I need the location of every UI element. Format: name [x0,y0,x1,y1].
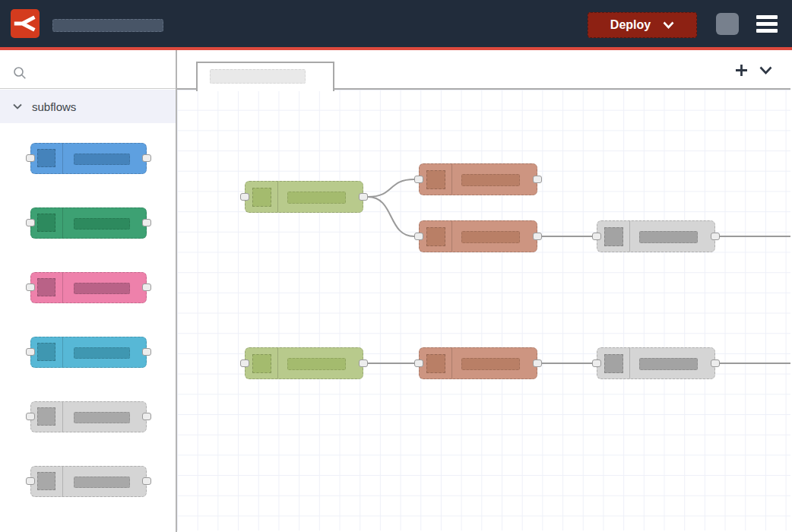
node-label-placeholder [461,358,520,370]
node-icon-separator [277,182,278,212]
node-port-input[interactable] [26,219,35,226]
node-port-input[interactable] [26,477,35,485]
node-port-input[interactable] [26,348,35,356]
palette-node-subflow-gray-2[interactable] [30,466,147,497]
node-port-input[interactable] [26,154,35,162]
canvas-node-olive-1[interactable] [245,181,363,213]
node-port-output[interactable] [142,477,151,485]
node-icon-separator [451,164,452,195]
node-icon-separator [629,221,630,252]
node-icon-separator [62,273,63,302]
node-icon [252,354,271,373]
node-label-placeholder [74,412,130,423]
fork-glyph [13,11,37,36]
palette-node-subflow-pink[interactable] [30,272,147,303]
chevron-down-icon [13,103,22,109]
node-port-output[interactable] [711,233,720,240]
node-port-output[interactable] [142,413,151,420]
node-port-input[interactable] [414,359,423,367]
node-label-placeholder [287,192,346,204]
node-icon-separator [277,348,278,378]
node-icon-separator [451,221,452,252]
flow-list-chevron-down-icon[interactable] [759,66,772,74]
node-label-placeholder [461,174,520,186]
flow-canvas[interactable] [177,90,790,530]
canvas-node-olive-2[interactable] [245,347,363,379]
node-port-output[interactable] [142,348,151,356]
node-port-input[interactable] [240,193,249,201]
node-port-output[interactable] [533,233,542,240]
canvas-node-salmon-2[interactable] [419,220,537,252]
node-icon [37,343,55,361]
node-red-logo-icon[interactable] [11,9,40,38]
deploy-button[interactable]: Deploy [588,12,697,38]
flow-tab[interactable] [196,62,334,91]
node-port-input[interactable] [26,413,35,420]
node-label-placeholder [639,231,698,243]
node-port-input[interactable] [240,359,249,367]
node-port-output[interactable] [142,283,151,291]
node-icon [604,354,623,373]
menu-icon[interactable] [756,15,778,33]
node-label-placeholder [287,358,346,370]
node-palette: subflows [0,50,177,532]
node-port-input[interactable] [26,283,35,291]
search-icon [13,66,27,80]
wire[interactable] [368,179,414,197]
wire[interactable] [368,197,414,236]
node-icon [37,149,55,167]
canvas-node-salmon-1[interactable] [419,163,537,195]
deploy-label: Deploy [610,18,651,32]
palette-category-subflows[interactable]: subflows [0,90,176,123]
node-port-output[interactable] [711,359,720,367]
add-flow-plus-icon[interactable] [735,64,748,77]
node-icon-separator [62,337,63,367]
palette-node-subflow-green[interactable] [30,207,147,239]
node-label-placeholder [461,231,520,243]
node-icon [37,407,55,426]
header-title-placeholder [52,19,163,32]
user-avatar[interactable] [716,13,739,35]
node-icon-separator [451,348,452,378]
chevron-down-icon [663,21,674,29]
node-port-input[interactable] [414,176,423,183]
node-icon-separator [62,208,63,238]
flow-tab-bar [177,50,790,90]
node-label-placeholder [639,358,698,370]
node-icon [37,472,55,490]
node-port-input[interactable] [592,359,601,367]
node-port-output[interactable] [533,176,542,183]
palette-node-subflow-blue[interactable] [30,143,147,174]
header: Deploy [0,0,792,47]
node-label-placeholder [74,283,130,294]
flow-tab-label-placeholder [210,69,306,84]
palette-node-subflow-gray-1[interactable] [30,401,147,432]
node-port-output[interactable] [533,359,542,367]
palette-node-subflow-cyan[interactable] [30,337,147,368]
node-port-input[interactable] [592,233,601,240]
canvas-node-gray-1[interactable] [597,220,715,252]
node-label-placeholder [74,347,130,359]
node-port-input[interactable] [414,233,423,240]
node-icon-separator [629,348,630,378]
wire-layer [177,90,790,530]
tab-actions [735,64,772,77]
node-label-placeholder [74,154,130,165]
palette-search[interactable] [0,50,176,89]
node-icon [252,188,271,207]
palette-item-list [0,123,176,532]
node-icon [604,227,623,246]
node-icon [37,214,55,232]
canvas-node-gray-2[interactable] [597,347,715,379]
node-port-output[interactable] [359,359,368,367]
node-port-output[interactable] [142,154,151,162]
canvas-node-salmon-3[interactable] [419,347,537,379]
node-label-placeholder [74,218,130,230]
node-icon-separator [62,402,63,432]
node-icon [426,354,445,373]
node-port-output[interactable] [142,219,151,226]
node-icon-separator [62,467,63,496]
node-port-output[interactable] [359,193,368,201]
category-label: subflows [32,100,76,113]
workspace [177,50,790,532]
